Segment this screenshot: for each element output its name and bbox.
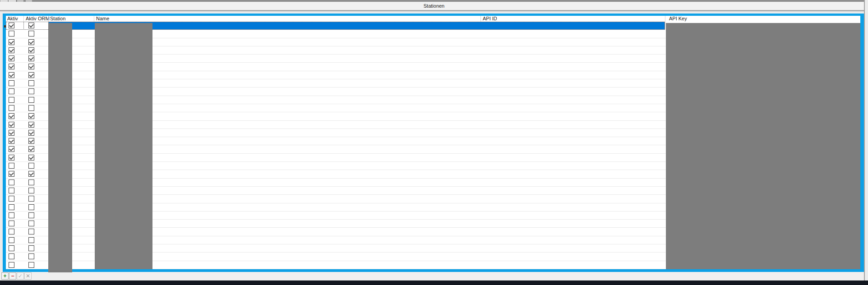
aktiv-orm-checkbox[interactable] [28, 237, 34, 243]
aktiv-orm-checkbox[interactable] [28, 80, 34, 86]
aktiv-orm-checkbox[interactable] [28, 39, 34, 45]
cancel-edit-button[interactable]: ✕ [24, 272, 32, 280]
aktiv-orm-checkbox[interactable] [28, 47, 34, 53]
aktiv-checkbox[interactable] [9, 97, 14, 103]
column-header-station[interactable]: Station [50, 16, 65, 22]
aktiv-checkbox[interactable] [9, 80, 14, 86]
aktiv-orm-checkbox[interactable] [28, 113, 34, 119]
aktiv-checkbox[interactable] [9, 221, 14, 226]
aktiv-checkbox[interactable] [9, 179, 14, 185]
aktiv-checkbox[interactable] [9, 72, 14, 78]
aktiv-checkbox[interactable] [9, 31, 14, 37]
aktiv-checkbox[interactable] [9, 262, 14, 268]
aktiv-checkbox[interactable] [9, 229, 14, 234]
delete-row-button[interactable]: − [9, 272, 16, 280]
aktiv-orm-checkbox[interactable] [28, 130, 34, 136]
aktiv-orm-checkbox[interactable] [28, 72, 34, 78]
aktiv-orm-checkbox[interactable] [28, 221, 34, 226]
aktiv-orm-checkbox[interactable] [28, 171, 34, 177]
column-header-aktiv[interactable]: Aktiv [7, 16, 18, 22]
header-divider [0, 10, 868, 11]
aktiv-checkbox[interactable] [9, 212, 14, 218]
aktiv-checkbox[interactable] [9, 188, 14, 193]
aktiv-orm-checkbox[interactable] [28, 188, 34, 193]
aktiv-checkbox[interactable] [9, 253, 14, 259]
aktiv-orm-checkbox[interactable] [28, 229, 34, 234]
aktiv-checkbox[interactable] [9, 155, 14, 161]
aktiv-orm-checkbox[interactable] [28, 245, 34, 251]
aktiv-checkbox[interactable] [9, 55, 14, 61]
aktiv-checkbox[interactable] [9, 113, 14, 119]
app-window: Stationen Aktiv Aktiv ORM Station Name A… [0, 0, 868, 285]
aktiv-checkbox[interactable] [9, 47, 14, 53]
redacted-name-values [95, 23, 152, 269]
aktiv-orm-checkbox[interactable] [28, 212, 34, 218]
aktiv-orm-checkbox[interactable] [28, 23, 34, 28]
aktiv-checkbox[interactable] [9, 122, 14, 128]
redacted-api-key-values [666, 23, 860, 269]
aktiv-checkbox[interactable] [9, 39, 14, 45]
current-row-marker-icon [4, 25, 6, 28]
column-header-api-id[interactable]: API ID [483, 16, 497, 22]
aktiv-orm-checkbox[interactable] [28, 122, 34, 128]
aktiv-orm-checkbox[interactable] [28, 204, 34, 210]
aktiv-orm-checkbox[interactable] [28, 105, 34, 111]
aktiv-orm-checkbox[interactable] [28, 146, 34, 152]
aktiv-orm-checkbox[interactable] [28, 31, 34, 37]
aktiv-checkbox[interactable] [9, 130, 14, 136]
aktiv-checkbox[interactable] [9, 163, 14, 169]
aktiv-checkbox[interactable] [9, 245, 14, 251]
aktiv-orm-checkbox[interactable] [28, 64, 34, 69]
column-header-aktiv-orm[interactable]: Aktiv ORM [26, 16, 50, 22]
focused-cell-divider [23, 22, 24, 30]
aktiv-checkbox[interactable] [9, 64, 14, 69]
confirm-edit-button[interactable]: ✓ [17, 272, 24, 280]
add-row-button[interactable]: + [1, 272, 9, 280]
grid-navigator-footer: + − ✓ ✕ [0, 272, 868, 280]
redacted-station-values [48, 23, 72, 272]
aktiv-orm-checkbox[interactable] [28, 88, 34, 94]
column-header-api-key[interactable]: API Key [669, 16, 687, 22]
column-header-name[interactable]: Name [96, 16, 109, 22]
aktiv-checkbox[interactable] [9, 23, 14, 28]
aktiv-checkbox[interactable] [9, 138, 14, 144]
aktiv-checkbox[interactable] [9, 105, 14, 111]
aktiv-orm-checkbox[interactable] [28, 179, 34, 185]
aktiv-orm-checkbox[interactable] [28, 138, 34, 144]
aktiv-checkbox[interactable] [9, 204, 14, 210]
window-right-margin [865, 0, 868, 280]
aktiv-orm-checkbox[interactable] [28, 55, 34, 61]
group-header-bar: Stationen [0, 2, 868, 10]
aktiv-checkbox[interactable] [9, 196, 14, 202]
aktiv-checkbox[interactable] [9, 88, 14, 94]
aktiv-orm-checkbox[interactable] [28, 155, 34, 161]
aktiv-checkbox[interactable] [9, 146, 14, 152]
panel-title: Stationen [0, 3, 868, 9]
aktiv-checkbox[interactable] [9, 171, 14, 177]
aktiv-checkbox[interactable] [9, 237, 14, 243]
aktiv-orm-checkbox[interactable] [28, 262, 34, 268]
aktiv-orm-checkbox[interactable] [28, 253, 34, 259]
bottom-dark-bar [0, 280, 868, 285]
aktiv-orm-checkbox[interactable] [28, 163, 34, 169]
aktiv-orm-checkbox[interactable] [28, 97, 34, 103]
aktiv-orm-checkbox[interactable] [28, 196, 34, 202]
